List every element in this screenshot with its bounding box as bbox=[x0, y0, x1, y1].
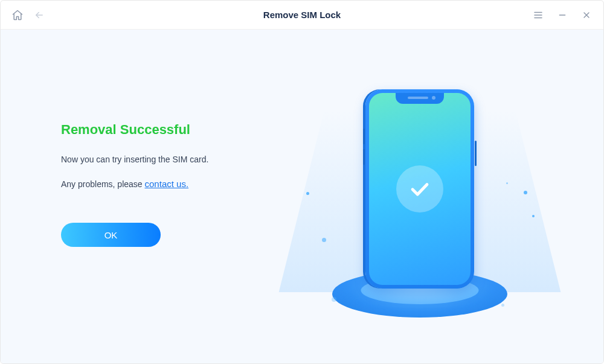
menu-icon[interactable] bbox=[532, 9, 544, 21]
contact-us-link[interactable]: contact us. bbox=[145, 179, 189, 189]
checkmark-icon bbox=[396, 165, 443, 212]
phone-icon bbox=[365, 89, 474, 289]
titlebar-left bbox=[11, 9, 45, 21]
result-panel: Removal Successful Now you can try inser… bbox=[61, 122, 272, 247]
titlebar-right bbox=[532, 9, 593, 21]
help-line: Any problems, please contact us. bbox=[61, 179, 272, 189]
phone-screen bbox=[369, 93, 471, 285]
phone-stage bbox=[305, 58, 535, 336]
success-illustration bbox=[272, 30, 567, 363]
titlebar: Remove SIM Lock bbox=[1, 1, 603, 30]
minimize-icon[interactable] bbox=[556, 9, 568, 21]
result-message: Now you can try inserting the SIM card. bbox=[61, 155, 272, 164]
help-prefix: Any problems, please bbox=[61, 179, 145, 189]
phone-notch bbox=[396, 93, 444, 104]
ok-button[interactable]: OK bbox=[61, 223, 161, 247]
back-icon[interactable] bbox=[33, 9, 45, 21]
close-icon[interactable] bbox=[580, 9, 593, 21]
main-content: Removal Successful Now you can try inser… bbox=[1, 30, 603, 363]
home-icon[interactable] bbox=[11, 9, 24, 21]
result-heading: Removal Successful bbox=[61, 122, 272, 138]
page-title: Remove SIM Lock bbox=[263, 10, 341, 20]
